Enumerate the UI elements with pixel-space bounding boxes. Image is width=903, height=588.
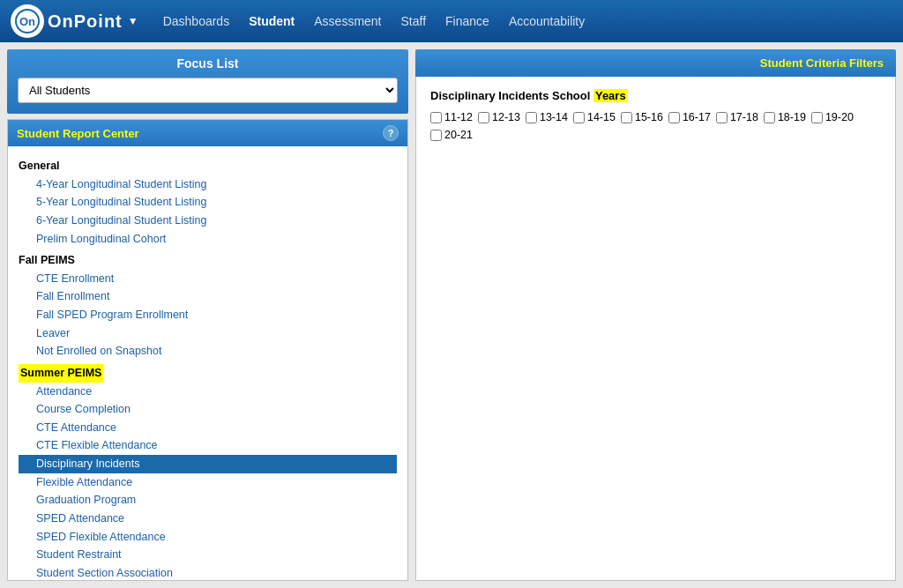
nav-staff[interactable]: Staff [401, 11, 427, 32]
year-checkbox[interactable] [526, 112, 537, 123]
logo-icon: On [11, 4, 44, 38]
report-center-section: Student Report Center ? General4-Year Lo… [7, 119, 408, 581]
right-content: Disciplinary Incidents School Years 11-1… [415, 77, 896, 581]
report-list-item[interactable]: SPED Attendance [19, 510, 397, 528]
year-checkbox-group: 18-19 [764, 111, 806, 123]
year-label: 16-17 [683, 111, 711, 123]
report-list-item[interactable]: Leaver [19, 324, 397, 343]
year-checkbox[interactable] [573, 112, 585, 123]
main-layout: Focus List All Students Student Report C… [0, 42, 903, 588]
report-list-item[interactable]: CTE Flexible Attendance [19, 436, 397, 455]
year-label: 19-20 [825, 111, 854, 123]
report-group-header: General [19, 157, 397, 175]
report-center-header: Student Report Center ? [8, 120, 407, 146]
svg-text:On: On [19, 15, 35, 28]
year-label: 18-19 [778, 111, 806, 123]
logo-text: OnPoint [48, 11, 123, 32]
year-checkbox[interactable] [430, 130, 442, 141]
year-checkbox[interactable] [764, 112, 775, 123]
report-list-item[interactable]: Fall SPED Program Enrollment [19, 306, 397, 324]
year-label: 14-15 [587, 111, 616, 123]
year-checkbox-group: 16-17 [668, 111, 711, 123]
report-list-item[interactable]: Student Restraint [19, 546, 397, 564]
criteria-section-title: Disciplinary Incidents School Years [430, 89, 881, 102]
nav-accountability[interactable]: Accountability [509, 11, 585, 32]
nav-student[interactable]: Student [249, 11, 295, 32]
year-checkbox-group: 15-16 [621, 111, 663, 123]
year-checkbox-group: 14-15 [573, 111, 616, 123]
year-checkbox-group: 17-18 [716, 111, 758, 123]
report-list-item[interactable]: Disciplinary Incidents [19, 455, 397, 473]
year-label: 11-12 [444, 111, 473, 123]
report-list-item[interactable]: Student Section Association [19, 564, 397, 580]
year-checkbox[interactable] [811, 112, 823, 123]
focus-list-title: Focus List [18, 56, 398, 71]
year-checkbox[interactable] [478, 112, 489, 123]
focus-list-select[interactable]: All Students [18, 78, 398, 103]
year-checkbox[interactable] [430, 112, 442, 123]
year-label: 15-16 [635, 111, 663, 123]
year-checkbox[interactable] [716, 112, 728, 123]
right-panel: Student Criteria Filters Disciplinary In… [415, 49, 896, 581]
report-list-item[interactable]: SPED Flexible Attendance [19, 528, 397, 547]
report-list-item[interactable]: Graduation Program [19, 491, 397, 510]
year-checkbox-group: 20-21 [430, 129, 473, 141]
report-list: General4-Year Longitudinal Student Listi… [8, 146, 407, 580]
criteria-title-text: Disciplinary Incidents School [430, 89, 593, 102]
report-list-item[interactable]: 6-Year Longitudinal Student Listing [19, 212, 397, 230]
year-checkbox-group: 13-14 [526, 111, 568, 123]
report-list-item[interactable]: Fall Enrollment [19, 287, 397, 306]
report-list-item[interactable]: Attendance [19, 383, 397, 401]
report-list-item[interactable]: CTE Attendance [19, 419, 397, 437]
report-list-item[interactable]: Course Completion [19, 400, 397, 419]
nav-finance[interactable]: Finance [445, 11, 489, 32]
report-center-title: Student Report Center [17, 127, 139, 140]
year-checkbox[interactable] [621, 112, 632, 123]
top-navigation: On OnPoint ▼ Dashboards Student Assessme… [0, 0, 903, 42]
nav-assessment[interactable]: Assessment [314, 11, 381, 32]
year-checkbox-group: 11-12 [430, 111, 473, 123]
student-criteria-label: Student Criteria Filters [760, 56, 884, 70]
year-checkbox[interactable] [668, 112, 680, 123]
report-list-item[interactable]: 4-Year Longitudinal Student Listing [19, 175, 397, 194]
year-checkbox-group: 19-20 [811, 111, 854, 123]
nav-dashboards[interactable]: Dashboards [163, 11, 230, 32]
report-group-header: Fall PEIMS [19, 251, 397, 270]
year-label: 17-18 [730, 111, 758, 123]
right-header: Student Criteria Filters [415, 49, 896, 77]
year-label: 12-13 [492, 111, 520, 123]
report-list-item[interactable]: Flexible Attendance [19, 473, 397, 492]
school-years-row: 11-1212-1313-1414-1515-1616-1717-1818-19… [430, 111, 881, 141]
logo-area: On OnPoint ▼ [11, 4, 138, 38]
year-label: 13-14 [540, 111, 568, 123]
criteria-title-highlight: Years [593, 89, 628, 102]
report-list-item[interactable]: Prelim Longitudinal Cohort [19, 230, 397, 249]
year-checkbox-group: 12-13 [478, 111, 520, 123]
help-icon[interactable]: ? [383, 125, 399, 141]
focus-list-section: Focus List All Students [7, 49, 408, 114]
nav-items: Dashboards Student Assessment Staff Fina… [163, 11, 586, 32]
left-panel: Focus List All Students Student Report C… [7, 49, 408, 581]
report-list-item[interactable]: CTE Enrollment [19, 270, 397, 288]
report-group-header: Summer PEIMS [19, 364, 103, 383]
year-label: 20-21 [444, 129, 473, 141]
report-list-item[interactable]: Not Enrolled on Snapshot [19, 342, 397, 361]
report-list-item[interactable]: 5-Year Longitudinal Student Listing [19, 193, 397, 212]
logo-dropdown-arrow[interactable]: ▼ [128, 15, 138, 27]
